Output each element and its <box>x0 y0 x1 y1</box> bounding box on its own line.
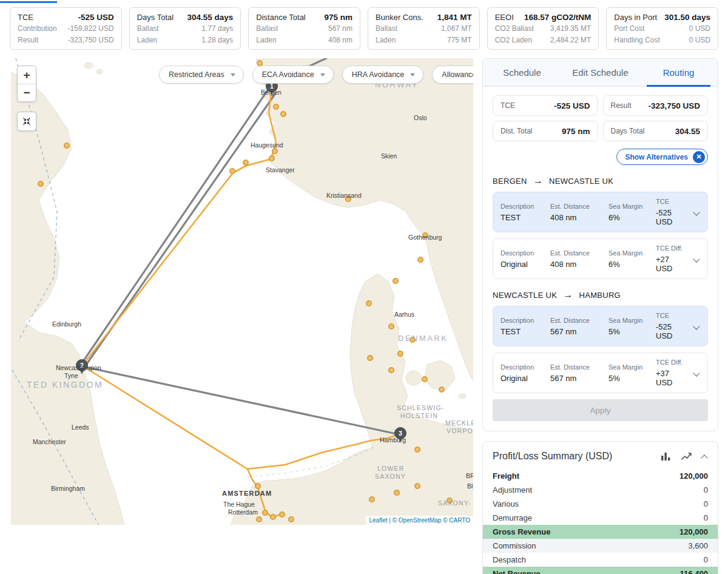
option-cell: Sea Margin6% <box>608 203 653 222</box>
apply-button[interactable]: Apply <box>493 399 708 421</box>
tab-schedule[interactable]: Schedule <box>483 59 561 86</box>
stat-value: 0 USD <box>689 35 710 46</box>
chevron-down-icon[interactable] <box>693 370 699 376</box>
map-attribution: Leaflet | © OpenStreetMap © CARTO <box>366 516 473 525</box>
pl-label: Commission <box>493 541 536 550</box>
tab-edit-schedule[interactable]: Edit Schedule <box>561 59 639 86</box>
stat-value: 1,067 MT <box>441 23 472 35</box>
pl-label: Demurrage <box>493 513 532 522</box>
pl-label: Adjustment <box>493 485 532 495</box>
stat-value: 3,419.35 MT <box>550 23 591 35</box>
map-label-rotterdam: Rotterdam <box>228 508 258 516</box>
stat-value: 1.28 days <box>201 35 233 46</box>
option-cell: TCE Diff.+37 USD <box>656 359 688 387</box>
chevron-up-icon[interactable] <box>701 454 707 461</box>
leaflet-link[interactable]: Leaflet <box>369 517 387 524</box>
profit-loss-summary: Profit/Loss Summary (USD) Freight120,000… <box>482 441 718 574</box>
pl-label: Net Revenue <box>493 569 541 574</box>
map-label-amsterdam: AMSTERDAM <box>222 490 272 497</box>
close-icon[interactable]: ✕ <box>693 151 705 163</box>
alternatives-row: Show Alternatives ✕ <box>493 149 708 165</box>
option-cell: TCE-525 USD <box>656 198 688 226</box>
show-alternatives-button[interactable]: Show Alternatives ✕ <box>616 149 708 165</box>
leg-from: BERGEN <box>493 177 527 186</box>
fit-bounds-button[interactable] <box>17 112 36 131</box>
cell-header: Description <box>500 363 548 371</box>
map-label-bl: Bl <box>467 482 473 490</box>
option-cell: DescriptionTEST <box>500 203 548 222</box>
cell-value: 567 nm <box>550 327 606 336</box>
pl-value: 116,400 <box>680 569 708 574</box>
stat-label: Bunker Cons. <box>376 12 423 23</box>
stat-row: Ballast567 nm <box>256 23 352 35</box>
cell-header: Description <box>500 249 548 257</box>
cell-value: -525 USD <box>656 322 688 340</box>
stat-label: Ballast <box>137 23 159 35</box>
stat-label: Result <box>611 101 632 110</box>
routing-body: TCE-525 USD Result-323,750 USD Dist. Tot… <box>483 87 718 431</box>
cell-header: TCE Diff. <box>656 245 688 252</box>
chevron-down-icon <box>410 73 415 76</box>
stat-value: -323,750 USD <box>648 101 700 110</box>
pl-row-adjustment: Adjustment0 <box>483 483 718 497</box>
stat-value: -525 USD <box>554 101 590 110</box>
cell-value: Original <box>500 374 548 383</box>
cell-value: TEST <box>500 327 548 336</box>
restricted-areas-dropdown[interactable]: Restricted Areas <box>159 66 244 84</box>
stat-value: -323,750 USD <box>68 35 114 46</box>
cell-value: 5% <box>608 327 653 336</box>
eca-avoidance-dropdown[interactable]: ECA Avoidance <box>252 66 334 84</box>
trend-chart-icon[interactable] <box>681 451 692 461</box>
stat-label: TCE <box>500 101 515 110</box>
zoom-out-button[interactable]: − <box>18 84 36 101</box>
stat-value: 567 nm <box>328 23 352 35</box>
top-accent-bar <box>0 1 57 3</box>
stat-row: Laden408 nm <box>256 35 352 46</box>
chevron-down-icon[interactable] <box>693 255 699 262</box>
zoom-in-button[interactable]: + <box>18 66 36 84</box>
option-cell: TCE Diff.+27 USD <box>656 245 688 273</box>
option-cell: Sea Margin6% <box>608 249 653 269</box>
stat-row: Ballast1.77 days <box>137 23 234 35</box>
map-label-aarhus: Aarhus <box>394 311 414 318</box>
cell-header: Sea Margin <box>608 249 653 257</box>
stat-label: Port Cost <box>614 23 644 35</box>
stat-label: Handling Cost <box>614 35 659 46</box>
pl-label: Various <box>493 499 519 508</box>
stat-row: Ballast1,067 MT <box>376 23 472 35</box>
bar-chart-icon[interactable] <box>661 451 671 461</box>
pl-value: 3,600 <box>688 541 708 550</box>
stat-value: -159,822 USD <box>68 23 114 35</box>
cell-header: Sea Margin <box>608 317 653 324</box>
option-cell: TCE-525 USD <box>656 312 688 340</box>
pl-row-freight: Freight120,000 <box>483 469 718 483</box>
carto-link[interactable]: © CARTO <box>443 517 470 524</box>
chevron-down-icon[interactable] <box>693 209 699 215</box>
route-option-original[interactable]: DescriptionOriginal Est. Distance567 nm … <box>493 353 708 393</box>
route-option-selected[interactable]: DescriptionTEST Est. Distance567 nm Sea … <box>493 306 708 346</box>
cell-header: Sea Margin <box>608 363 653 371</box>
tab-routing[interactable]: Routing <box>639 59 718 86</box>
route-map[interactable]: 1 2 3 NORWAY Bergen Oslo Haugesund Stava… <box>11 58 473 525</box>
option-cell: Est. Distance408 nm <box>550 203 606 222</box>
chevron-down-icon[interactable] <box>693 323 699 329</box>
osm-link[interactable]: © OpenStreetMap <box>393 517 442 524</box>
map-label-schleswig: SCHLESWIG- <box>397 404 445 411</box>
stat-card-eeoi: EEOI168.57 gCO2/tNM CO2 Ballast3,419.35 … <box>487 7 599 50</box>
stat-card-days-total: Days Total304.55 days Ballast1.77 days L… <box>129 7 241 50</box>
allowance-dropdown[interactable]: Allowance <box>432 66 473 84</box>
dropdown-label: HRA Avoidance <box>352 70 405 79</box>
route-option-selected[interactable]: DescriptionTEST Est. Distance408 nm Sea … <box>493 192 708 232</box>
stat-label: Days Total <box>611 127 645 135</box>
map-label-lower: LOWER <box>377 465 405 472</box>
route-option-original[interactable]: DescriptionOriginal Est. Distance408 nm … <box>493 238 708 279</box>
hra-avoidance-dropdown[interactable]: HRA Avoidance <box>342 66 424 84</box>
map-canvas[interactable]: 1 2 3 NORWAY Bergen Oslo Haugesund Stava… <box>11 58 473 525</box>
days-stat-box: Days Total304.55 <box>603 121 709 141</box>
stat-row: Laden775 MT <box>376 35 472 46</box>
option-cell: Est. Distance567 nm <box>550 363 606 383</box>
cell-header: TCE <box>656 312 688 319</box>
dropdown-label: ECA Avoidance <box>262 70 314 79</box>
cell-header: TCE <box>656 198 688 205</box>
map-label-kristiansand: Kristiansand <box>326 192 362 199</box>
